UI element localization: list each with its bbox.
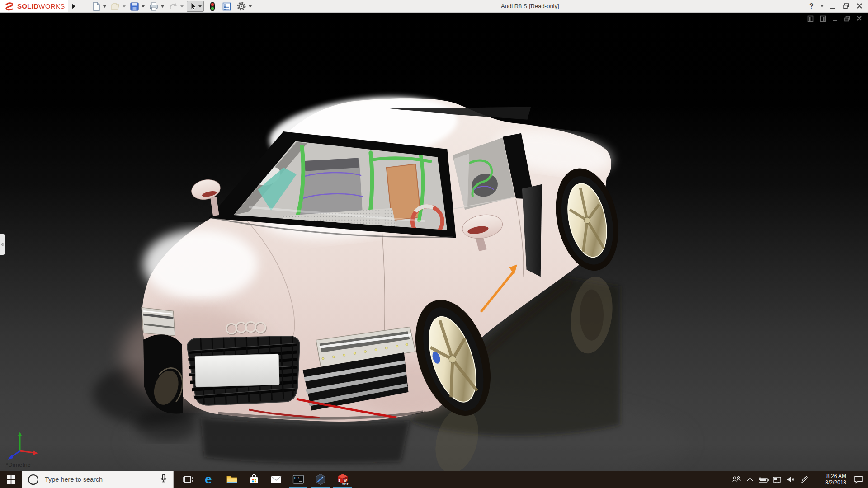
task-view-icon	[182, 474, 193, 485]
taskbar-clock[interactable]: 8:26 AM 8/2/2018	[814, 473, 846, 486]
file-properties-button[interactable]	[221, 1, 232, 11]
document-window-icon-2[interactable]	[819, 15, 827, 22]
taskbar-app-microsoft-edge[interactable]: e	[198, 471, 221, 488]
document-window-icon-1[interactable]	[807, 15, 815, 22]
play-arrow-icon	[71, 3, 76, 9]
print-button[interactable]	[148, 1, 160, 11]
system-tray: 8:26 AM 8/2/2018	[730, 471, 868, 488]
taskbar-search-box[interactable]: Type here to search	[22, 471, 174, 488]
car-model-render[interactable]	[0, 12, 868, 471]
taskbar-app-microsoft-store[interactable]	[243, 471, 265, 488]
options-button[interactable]	[236, 1, 247, 11]
clock-date: 8/2/2018	[814, 479, 846, 486]
solidworks-wordmark: SOLIDWORKS	[17, 2, 65, 10]
network-icon[interactable]	[770, 471, 784, 488]
tab-dot	[1, 243, 4, 246]
svg-text:S: S	[338, 478, 340, 482]
search-placeholder-text: Type here to search	[45, 476, 160, 483]
clock-time: 8:26 AM	[814, 473, 846, 479]
taskbar-app-mail[interactable]	[265, 471, 287, 488]
help-dropdown-caret[interactable]	[819, 1, 825, 12]
start-button[interactable]	[0, 471, 22, 488]
open-button[interactable]	[109, 1, 121, 11]
volume-icon[interactable]	[784, 471, 797, 488]
child-restore-icon[interactable]	[843, 15, 851, 22]
new-document-icon	[92, 1, 101, 11]
microphone-icon[interactable]	[160, 474, 168, 485]
notifications-icon	[854, 475, 863, 484]
save-floppy-icon	[130, 2, 139, 11]
windows-logo-icon	[7, 475, 15, 484]
license-plate-blank[interactable]	[195, 354, 279, 387]
microsoft-store-icon	[249, 474, 259, 485]
graphics-viewport[interactable]: *Dimetric	[0, 12, 868, 471]
front-grille[interactable]	[187, 336, 300, 405]
expand-menu-button[interactable]	[70, 1, 77, 11]
help-button[interactable]: ?	[806, 1, 817, 12]
window-controls: ?	[806, 0, 865, 12]
windows-ink-pen-icon[interactable]	[797, 471, 811, 488]
windows-taskbar: Type here to search e	[0, 471, 868, 488]
undo-button[interactable]	[167, 1, 179, 11]
options-gear-icon	[236, 1, 246, 11]
print-icon	[149, 2, 159, 11]
task-view-button[interactable]	[176, 471, 198, 488]
cortana-icon	[28, 474, 38, 485]
svg-text:W: W	[344, 478, 347, 482]
solidworks-2017-icon: S W 2017	[337, 474, 349, 486]
y-axis-arrow	[18, 432, 22, 436]
child-minimize-icon[interactable]	[831, 15, 839, 22]
action-center-button[interactable]	[850, 471, 867, 488]
command-prompt-icon: C:\	[292, 474, 304, 484]
taskbar-app-command-prompt[interactable]: C:\	[287, 471, 309, 488]
3ds-logo-icon	[4, 2, 15, 11]
solidworks-window: *Dimetric SOLIDWORKS	[0, 0, 868, 488]
orientation-triad[interactable]	[4, 430, 44, 462]
taskbar-app-solidworks-visualize[interactable]	[309, 471, 331, 488]
solidworks-visualize-icon	[315, 474, 326, 485]
rebuild-button[interactable]	[208, 1, 217, 11]
mail-icon	[270, 474, 282, 484]
hidden-icons-chevron[interactable]	[743, 471, 757, 488]
headlight-left[interactable]	[142, 308, 175, 336]
rebuild-stoplight-icon	[209, 2, 216, 11]
title-bar: SOLIDWORKS	[0, 0, 868, 13]
people-icon[interactable]	[730, 471, 743, 488]
svg-text:C:\: C:\	[294, 477, 300, 480]
file-explorer-icon	[226, 474, 238, 485]
document-title: Audi R8 S [Read-only]	[501, 3, 559, 9]
file-properties-icon	[222, 2, 231, 11]
side-mirror-left[interactable]	[190, 177, 222, 216]
taskbar-apps: e	[176, 471, 354, 488]
undo-dropdown-caret[interactable]	[179, 1, 184, 11]
taskbar-app-file-explorer[interactable]	[221, 471, 243, 488]
z-axis-arrow	[8, 455, 13, 460]
svg-text:e: e	[205, 473, 212, 486]
new-document-button[interactable]	[91, 1, 102, 11]
print-dropdown-caret[interactable]	[160, 1, 165, 11]
save-button[interactable]	[129, 1, 140, 11]
new-document-dropdown-caret[interactable]	[102, 1, 107, 11]
minimize-button[interactable]	[826, 1, 838, 12]
x-axis-arrow	[33, 450, 38, 455]
svg-text:2017: 2017	[342, 483, 349, 486]
featuremanager-collapsed-tab[interactable]	[0, 234, 5, 255]
microsoft-edge-icon: e	[204, 473, 216, 486]
undo-arrow-icon	[168, 2, 178, 11]
restore-button[interactable]	[840, 1, 852, 12]
open-dropdown-caret[interactable]	[122, 1, 127, 11]
document-window-controls	[807, 15, 863, 22]
save-dropdown-caret[interactable]	[141, 1, 146, 11]
open-folder-icon	[110, 2, 120, 11]
view-orientation-label: *Dimetric	[6, 461, 31, 468]
solidworks-logo[interactable]: SOLIDWORKS	[0, 0, 68, 12]
select-tool-button[interactable]	[187, 1, 204, 12]
quick-access-toolbar	[90, 1, 255, 12]
taskbar-app-solidworks-2017[interactable]: S W 2017	[331, 471, 354, 488]
battery-icon[interactable]	[757, 471, 770, 488]
child-close-icon[interactable]	[855, 15, 863, 22]
select-cursor-icon	[188, 1, 197, 11]
select-dropdown-caret-icon	[198, 5, 203, 8]
close-button[interactable]	[854, 1, 865, 12]
options-dropdown-caret[interactable]	[248, 1, 253, 11]
